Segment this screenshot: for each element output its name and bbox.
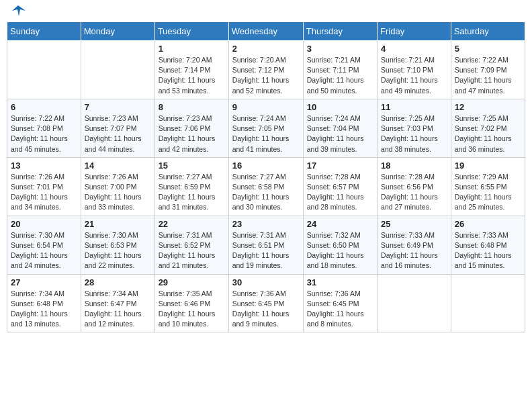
day-number: 16 — [232, 161, 300, 171]
day-info: Sunrise: 7:27 AM Sunset: 6:58 PM Dayligh… — [232, 172, 300, 213]
day-of-week-header: Sunday — [7, 22, 81, 41]
day-number: 8 — [159, 102, 225, 112]
day-number: 11 — [381, 102, 447, 112]
calendar-cell — [81, 41, 154, 99]
day-number: 30 — [232, 277, 300, 287]
day-number: 10 — [307, 102, 373, 112]
calendar-week-row: 1Sunrise: 7:20 AM Sunset: 7:14 PM Daylig… — [7, 41, 525, 99]
day-info: Sunrise: 7:36 AM Sunset: 6:45 PM Dayligh… — [232, 289, 300, 330]
calendar-cell: 17Sunrise: 7:28 AM Sunset: 6:57 PM Dayli… — [303, 157, 377, 216]
day-number: 2 — [232, 44, 300, 54]
day-number: 9 — [232, 102, 300, 112]
day-info: Sunrise: 7:25 AM Sunset: 7:02 PM Dayligh… — [455, 113, 521, 154]
day-number: 22 — [159, 219, 225, 229]
calendar-week-row: 20Sunrise: 7:30 AM Sunset: 6:54 PM Dayli… — [7, 216, 525, 274]
calendar-week-row: 6Sunrise: 7:22 AM Sunset: 7:08 PM Daylig… — [7, 99, 525, 157]
day-info: Sunrise: 7:23 AM Sunset: 7:06 PM Dayligh… — [159, 113, 225, 154]
day-number: 5 — [455, 44, 521, 54]
calendar-cell — [451, 274, 525, 332]
calendar-cell: 4Sunrise: 7:21 AM Sunset: 7:10 PM Daylig… — [378, 41, 451, 99]
day-info: Sunrise: 7:24 AM Sunset: 7:05 PM Dayligh… — [232, 113, 300, 154]
calendar-cell: 7Sunrise: 7:23 AM Sunset: 7:07 PM Daylig… — [81, 99, 154, 157]
day-number: 14 — [85, 161, 151, 171]
calendar-cell: 20Sunrise: 7:30 AM Sunset: 6:54 PM Dayli… — [7, 216, 81, 274]
day-number: 13 — [11, 161, 77, 171]
day-info: Sunrise: 7:28 AM Sunset: 6:57 PM Dayligh… — [307, 172, 373, 213]
calendar-table: SundayMondayTuesdayWednesdayThursdayFrid… — [7, 21, 525, 332]
logo-bird-icon — [11, 4, 26, 17]
calendar-cell: 2Sunrise: 7:20 AM Sunset: 7:12 PM Daylig… — [228, 41, 303, 99]
calendar-cell: 6Sunrise: 7:22 AM Sunset: 7:08 PM Daylig… — [7, 99, 81, 157]
calendar-cell: 11Sunrise: 7:25 AM Sunset: 7:03 PM Dayli… — [378, 99, 451, 157]
day-number: 3 — [307, 44, 373, 54]
calendar-cell: 15Sunrise: 7:27 AM Sunset: 6:59 PM Dayli… — [154, 157, 228, 216]
day-info: Sunrise: 7:21 AM Sunset: 7:10 PM Dayligh… — [381, 55, 447, 96]
calendar-cell: 10Sunrise: 7:24 AM Sunset: 7:04 PM Dayli… — [303, 99, 377, 157]
day-number: 29 — [159, 277, 225, 287]
calendar-header-row: SundayMondayTuesdayWednesdayThursdayFrid… — [7, 22, 525, 41]
day-number: 12 — [455, 102, 521, 112]
day-info: Sunrise: 7:21 AM Sunset: 7:11 PM Dayligh… — [307, 55, 373, 96]
calendar-cell: 12Sunrise: 7:25 AM Sunset: 7:02 PM Dayli… — [451, 99, 525, 157]
calendar-cell — [378, 274, 451, 332]
day-number: 24 — [307, 219, 373, 229]
day-number: 25 — [381, 219, 447, 229]
day-number: 4 — [381, 44, 447, 54]
day-info: Sunrise: 7:26 AM Sunset: 7:01 PM Dayligh… — [11, 172, 77, 213]
calendar-cell: 22Sunrise: 7:31 AM Sunset: 6:52 PM Dayli… — [154, 216, 228, 274]
day-info: Sunrise: 7:30 AM Sunset: 6:54 PM Dayligh… — [11, 230, 77, 271]
day-number: 28 — [85, 277, 151, 287]
day-of-week-header: Wednesday — [228, 22, 303, 41]
day-info: Sunrise: 7:29 AM Sunset: 6:55 PM Dayligh… — [455, 172, 521, 213]
calendar-cell: 19Sunrise: 7:29 AM Sunset: 6:55 PM Dayli… — [451, 157, 525, 216]
day-info: Sunrise: 7:31 AM Sunset: 6:51 PM Dayligh… — [232, 230, 300, 271]
day-info: Sunrise: 7:31 AM Sunset: 6:52 PM Dayligh… — [159, 230, 225, 271]
day-number: 7 — [85, 102, 151, 112]
day-of-week-header: Friday — [378, 22, 451, 41]
day-number: 18 — [381, 161, 447, 171]
day-info: Sunrise: 7:23 AM Sunset: 7:07 PM Dayligh… — [85, 113, 151, 154]
calendar-cell: 25Sunrise: 7:33 AM Sunset: 6:49 PM Dayli… — [378, 216, 451, 274]
calendar-cell: 31Sunrise: 7:36 AM Sunset: 6:45 PM Dayli… — [303, 274, 377, 332]
day-info: Sunrise: 7:24 AM Sunset: 7:04 PM Dayligh… — [307, 113, 373, 154]
calendar-cell: 26Sunrise: 7:33 AM Sunset: 6:48 PM Dayli… — [451, 216, 525, 274]
day-info: Sunrise: 7:32 AM Sunset: 6:50 PM Dayligh… — [307, 230, 373, 271]
day-number: 6 — [11, 102, 77, 112]
day-of-week-header: Tuesday — [154, 22, 228, 41]
day-number: 1 — [159, 44, 225, 54]
day-info: Sunrise: 7:36 AM Sunset: 6:45 PM Dayligh… — [307, 289, 373, 330]
calendar-cell: 29Sunrise: 7:35 AM Sunset: 6:46 PM Dayli… — [154, 274, 228, 332]
day-info: Sunrise: 7:28 AM Sunset: 6:56 PM Dayligh… — [381, 172, 447, 213]
day-number: 15 — [159, 161, 225, 171]
calendar-cell: 5Sunrise: 7:22 AM Sunset: 7:09 PM Daylig… — [451, 41, 525, 99]
day-number: 17 — [307, 161, 373, 171]
calendar-cell — [7, 41, 81, 99]
day-info: Sunrise: 7:33 AM Sunset: 6:48 PM Dayligh… — [455, 230, 521, 271]
day-info: Sunrise: 7:27 AM Sunset: 6:59 PM Dayligh… — [159, 172, 225, 213]
day-number: 19 — [455, 161, 521, 171]
day-number: 23 — [232, 219, 300, 229]
calendar-cell: 13Sunrise: 7:26 AM Sunset: 7:01 PM Dayli… — [7, 157, 81, 216]
calendar-cell: 14Sunrise: 7:26 AM Sunset: 7:00 PM Dayli… — [81, 157, 154, 216]
calendar-cell: 1Sunrise: 7:20 AM Sunset: 7:14 PM Daylig… — [154, 41, 228, 99]
svg-marker-0 — [12, 5, 26, 16]
calendar-cell: 3Sunrise: 7:21 AM Sunset: 7:11 PM Daylig… — [303, 41, 377, 99]
day-info: Sunrise: 7:26 AM Sunset: 7:00 PM Dayligh… — [85, 172, 151, 213]
calendar-cell: 23Sunrise: 7:31 AM Sunset: 6:51 PM Dayli… — [228, 216, 303, 274]
day-of-week-header: Saturday — [451, 22, 525, 41]
calendar-cell: 21Sunrise: 7:30 AM Sunset: 6:53 PM Dayli… — [81, 216, 154, 274]
day-info: Sunrise: 7:20 AM Sunset: 7:14 PM Dayligh… — [159, 55, 225, 96]
calendar-cell: 16Sunrise: 7:27 AM Sunset: 6:58 PM Dayli… — [228, 157, 303, 216]
day-of-week-header: Monday — [81, 22, 154, 41]
calendar-week-row: 27Sunrise: 7:34 AM Sunset: 6:48 PM Dayli… — [7, 274, 525, 332]
day-info: Sunrise: 7:33 AM Sunset: 6:49 PM Dayligh… — [381, 230, 447, 271]
day-number: 20 — [11, 219, 77, 229]
day-info: Sunrise: 7:22 AM Sunset: 7:08 PM Dayligh… — [11, 113, 77, 154]
day-info: Sunrise: 7:20 AM Sunset: 7:12 PM Dayligh… — [232, 55, 300, 96]
calendar-cell: 18Sunrise: 7:28 AM Sunset: 6:56 PM Dayli… — [378, 157, 451, 216]
day-info: Sunrise: 7:25 AM Sunset: 7:03 PM Dayligh… — [381, 113, 447, 154]
day-number: 31 — [307, 277, 373, 287]
calendar-cell: 24Sunrise: 7:32 AM Sunset: 6:50 PM Dayli… — [303, 216, 377, 274]
day-info: Sunrise: 7:35 AM Sunset: 6:46 PM Dayligh… — [159, 289, 225, 330]
day-number: 27 — [11, 277, 77, 287]
